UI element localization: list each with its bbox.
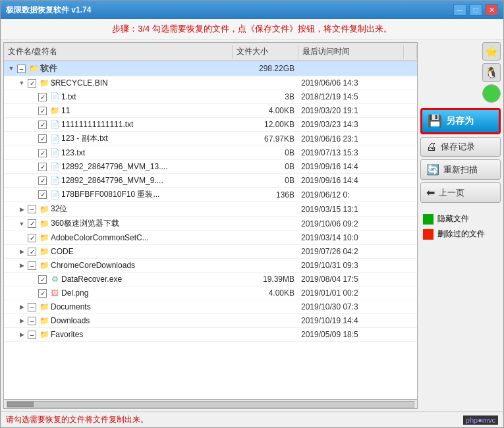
file-row[interactable]: 📁 360极速浏览器下载 2019/10/06 09:2 — [4, 217, 417, 231]
file-size-cell: 298.22GB — [233, 63, 298, 74]
expand-arrow[interactable] — [17, 330, 26, 339]
expand-arrow[interactable] — [28, 134, 37, 144]
hscroll-track[interactable] — [7, 401, 414, 408]
close-button[interactable]: ✕ — [485, 4, 498, 16]
file-name-cell: 📄 12892_28647796_MVM_13.... — [4, 161, 233, 173]
rescan-button[interactable]: 🔄 重新扫描 — [420, 159, 501, 180]
maximize-button[interactable]: □ — [469, 4, 482, 16]
file-name-cell: 📁 AdobeColorCommonSetC... — [4, 232, 233, 244]
hscroll-thumb[interactable] — [7, 402, 34, 407]
expand-arrow[interactable] — [17, 261, 26, 270]
expand-arrow[interactable] — [28, 148, 37, 157]
file-checkbox[interactable] — [28, 234, 36, 242]
file-size-cell — [233, 223, 298, 225]
expand-arrow[interactable] — [17, 316, 26, 325]
expand-arrow[interactable] — [28, 288, 37, 298]
file-row[interactable]: 📄 12892_28647796_MVM_13.... 0B 2019/09/1… — [4, 160, 417, 174]
file-checkbox[interactable] — [28, 248, 36, 256]
file-checkbox[interactable] — [38, 289, 47, 298]
expand-arrow[interactable] — [17, 247, 26, 256]
file-size-cell — [233, 237, 298, 238]
expand-arrow[interactable] — [28, 275, 37, 284]
main-content: 文件名/盘符名 文件大小 最后访问时间 📁 软件 298.22GB — [1, 40, 503, 412]
file-row[interactable]: 📁 Favorites 2019/05/09 18:5 — [4, 328, 417, 342]
file-checkbox[interactable] — [28, 331, 36, 339]
expand-arrow[interactable] — [28, 162, 37, 171]
expand-arrow[interactable] — [17, 233, 26, 242]
file-list[interactable]: 📁 软件 298.22GB 📁 $RECYCLE.BIN 2019/06/06 … — [4, 61, 417, 399]
file-name-label: 123 - 副本.txt — [61, 133, 108, 144]
file-name-label: 1.txt — [61, 92, 76, 101]
save-as-button[interactable]: 💾 另存为 — [420, 108, 501, 134]
expand-arrow[interactable] — [17, 302, 26, 311]
main-window: 极限数据恢复软件 v1.74 ─ □ ✕ 步骤：3/4 勾选需要恢复的文件，点《… — [0, 0, 504, 428]
file-checkbox[interactable] — [28, 205, 36, 213]
file-name-label: 12892_28647796_MVM_9.... — [61, 176, 163, 185]
file-row[interactable]: 📄 12892_28647796_MVM_9.... 0B 2019/09/16… — [4, 174, 417, 188]
file-name-label: 123.txt — [61, 148, 85, 157]
file-row[interactable]: 📄 123 - 副本.txt 67.97KB 2019/06/16 23:1 — [4, 132, 417, 146]
file-checkbox[interactable] — [28, 261, 36, 270]
file-checkbox[interactable] — [38, 149, 47, 157]
prev-page-button[interactable]: ⬅ 上一页 — [420, 182, 501, 203]
file-row[interactable]: 📁 Documents 2019/10/30 07:3 — [4, 300, 417, 314]
window-title: 极限数据恢复软件 v1.74 — [6, 5, 91, 16]
file-checkbox[interactable] — [28, 303, 36, 311]
file-checkbox[interactable] — [38, 190, 47, 199]
file-checkbox[interactable] — [17, 65, 26, 73]
file-row[interactable]: 📄 123.txt 0B 2019/07/13 15:3 — [4, 146, 417, 160]
file-row[interactable]: 📄 1.txt 3B 2018/12/19 14:5 — [4, 90, 417, 104]
step-instruction: 步骤：3/4 勾选需要恢复的文件，点《保存文件》按钮，将文件复制出来。 — [1, 19, 503, 40]
file-row[interactable]: 📁 Downloads 2019/10/19 14:4 — [4, 314, 417, 328]
file-checkbox[interactable] — [38, 120, 47, 129]
file-icon: 📄 — [49, 92, 60, 102]
expand-arrow[interactable] — [28, 190, 37, 200]
file-name-label: CODE — [51, 247, 74, 256]
file-row[interactable]: 🖼 Del.png 4.00KB 2019/01/01 00:2 — [4, 286, 417, 300]
file-row[interactable]: 📄 178BFBFF00810F10 重装... 136B 2019/06/12… — [4, 188, 417, 202]
file-row[interactable]: 📁 CODE 2019/07/26 04:2 — [4, 245, 417, 259]
expand-arrow[interactable] — [17, 205, 26, 214]
expand-arrow[interactable] — [28, 92, 37, 101]
file-checkbox[interactable] — [28, 79, 36, 88]
table-header: 文件名/盘符名 文件大小 最后访问时间 — [4, 43, 417, 61]
expand-arrow[interactable] — [17, 219, 26, 228]
file-checkbox[interactable] — [38, 134, 47, 143]
legend-deleted-file: 删除过的文件 — [423, 228, 498, 240]
save-record-button[interactable]: 🖨 保存记录 — [420, 137, 501, 157]
expand-arrow[interactable] — [7, 64, 16, 73]
file-row[interactable]: 📁 软件 298.22GB — [4, 61, 417, 76]
save-record-label: 保存记录 — [441, 141, 475, 153]
file-icon: 🖼 — [49, 288, 60, 298]
file-name-cell: 📁 Documents — [4, 301, 233, 313]
file-row[interactable]: 📄 11111111111111.txt 12.00KB 2019/03/23 … — [4, 118, 417, 132]
expand-arrow[interactable] — [28, 106, 37, 115]
file-icon: 📁 — [39, 219, 49, 229]
expand-arrow[interactable] — [28, 120, 37, 129]
file-date-cell: 2019/10/30 07:3 — [298, 302, 404, 312]
file-checkbox[interactable] — [38, 163, 47, 171]
file-row[interactable]: 📁 11 4.00KB 2019/03/20 19:1 — [4, 104, 417, 118]
expand-arrow[interactable] — [17, 78, 26, 88]
file-checkbox[interactable] — [28, 317, 36, 325]
file-row[interactable]: ⚙ DataRecover.exe 19.39MB 2019/08/04 17:… — [4, 273, 417, 286]
file-icon: 📁 — [39, 246, 49, 257]
file-size-cell: 136B — [233, 190, 298, 200]
file-row[interactable]: 📁 $RECYCLE.BIN 2019/06/06 14:3 — [4, 76, 417, 90]
file-date-cell: 2019/09/16 14:4 — [298, 161, 404, 172]
file-checkbox[interactable] — [38, 176, 47, 185]
file-checkbox[interactable] — [38, 107, 47, 115]
minimize-button[interactable]: ─ — [453, 4, 466, 16]
expand-arrow[interactable] — [28, 176, 37, 185]
file-name-label: 12892_28647796_MVM_13.... — [61, 162, 167, 171]
file-row[interactable]: 📁 ChromeCoreDownloads 2019/10/31 09:3 — [4, 259, 417, 273]
file-row[interactable]: 📁 AdobeColorCommonSetC... 2019/03/14 10:… — [4, 231, 417, 245]
file-checkbox[interactable] — [38, 93, 47, 101]
file-name-label: 360极速浏览器下载 — [51, 218, 119, 229]
file-name-label: 178BFBFF00810F10 重装... — [61, 189, 159, 200]
file-row[interactable]: 📁 32位 2019/03/15 13:1 — [4, 202, 417, 217]
file-checkbox[interactable] — [38, 275, 47, 284]
horizontal-scrollbar[interactable] — [4, 399, 417, 408]
file-name-label: Documents — [51, 302, 91, 311]
file-checkbox[interactable] — [28, 219, 36, 228]
